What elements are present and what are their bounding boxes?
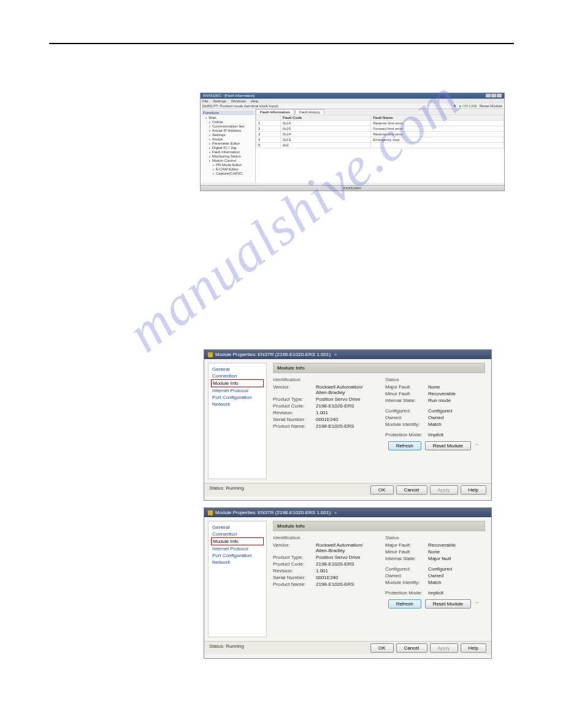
side-connection[interactable]: Connection [211,531,264,537]
window-title: KNX5100C - [Fault Information] [203,94,255,98]
close-icon[interactable]: × [334,352,337,357]
status-label: Status [385,535,485,540]
page-rule [49,43,514,44]
menu-help[interactable]: Help [251,99,258,103]
tree-item[interactable]: Digital IO / Jog [209,145,254,150]
close-icon[interactable]: × [334,510,337,515]
status-label: Status [385,377,485,382]
apply-button[interactable]: Apply [430,485,458,495]
tree-item[interactable]: Communication Set [209,124,254,128]
module-icon [208,510,213,515]
status-text: Status: Running [209,643,244,653]
identification-label: Identification [273,535,373,540]
status-text: Status: Running [209,485,244,495]
side-module-info[interactable]: Module Info [211,379,264,387]
module-icon [208,352,213,357]
function-tree[interactable]: Functions Start Online Communication Set… [201,109,256,183]
arrow-icon: ← [475,599,480,609]
side-network[interactable]: Network [211,401,264,408]
menu-file[interactable]: File [202,99,209,103]
dialog-titlebar: Module Properties: EN3TR (2198-E1020-ERS… [204,350,491,359]
tab-fault-history[interactable]: Fault History [295,109,324,115]
menu-settings[interactable]: Settings [213,99,226,103]
cancel-button[interactable]: Cancel [396,485,427,495]
window-controls[interactable] [485,94,502,98]
apply-button[interactable]: Apply [430,643,458,653]
dialog-main: Module Info Identification Vendor:Rockwe… [267,359,491,483]
table-row: 10x14Reverse limit error [256,121,504,126]
tree-item[interactable]: Monitoring Status [209,154,254,158]
tree-item[interactable]: Fault Information [209,150,254,154]
side-connection[interactable]: Connection [211,373,264,379]
col-code: Fault Code [281,115,371,121]
side-port-config[interactable]: Port Configuration [211,552,264,559]
fault-info-window: KNX5100C - [Fault Information] File Sett… [200,93,505,191]
online-indicator: ON LINE [459,104,477,108]
dialog-sidebar[interactable]: General Connection Module Info Internet … [208,521,267,637]
side-network[interactable]: Network [211,559,264,566]
table-row: 30x14Reverse limit error [256,132,504,137]
side-port-config[interactable]: Port Configuration [211,394,264,401]
reset-module-link[interactable]: Reset Module [480,104,502,108]
col-idx [256,115,281,121]
panel-header: Module Info [273,521,485,531]
col-name: Fault Name [371,115,504,121]
tree-motion[interactable]: Motion Control [209,158,254,162]
reset-module-button[interactable]: Reset Module [425,441,471,450]
fault-pane: Fault Information Fault History Fault Co… [256,109,504,183]
ok-button[interactable]: OK [370,485,394,495]
tree-item[interactable]: Actual IP Address [209,128,254,132]
tree-item[interactable]: Parameter Editor [209,141,254,145]
help-button[interactable]: Help [461,485,486,495]
window-titlebar: KNX5100C - [Fault Information] [201,93,504,99]
tree-item[interactable]: E-CAM Editor [213,167,254,171]
refresh-button[interactable]: Refresh [388,441,421,450]
tab-fault-info[interactable]: Fault Information [256,109,294,115]
dialog-title: Module Properties: EN3TR (2198-E1020-ERS… [215,510,331,515]
module-properties-dialog-2: Module Properties: EN3TR (2198-E1020-ERS… [204,507,492,659]
table-row: 20x15Forward limit error [256,126,504,132]
status-bar: KNX5100C [201,185,504,191]
side-module-info[interactable]: Module Info [211,537,264,545]
refresh-button[interactable]: Refresh [388,599,421,609]
menu-windows[interactable]: Windows [231,99,246,103]
side-general[interactable]: General [211,366,264,373]
side-internet-protocol[interactable]: Internet Protocol [211,387,264,394]
tree-item[interactable]: Online [209,119,254,124]
dialog-title: Module Properties: EN3TR (2198-E1020-ERS… [215,352,331,357]
table-row: 50x0 [256,143,504,148]
mode-dropdown[interactable]: [0x00] PT: Position mode (terminal block… [202,104,453,108]
reset-module-button[interactable]: Reset Module [425,599,471,609]
dialog-status-bar: Status: Running OK Cancel Apply Help [204,641,491,654]
tree-header: Functions [202,110,254,115]
arrow-icon: ← [475,441,480,450]
cancel-button[interactable]: Cancel [396,643,427,653]
side-general[interactable]: General [211,524,264,531]
toolbar: [0x00] PT: Position mode (terminal block… [201,104,504,109]
dialog-sidebar[interactable]: General Connection Module Info Internet … [208,363,267,479]
tree-item[interactable]: Capture(CAP)/C [213,171,254,175]
fault-table: Fault Code Fault Name 10x14Reverse limit… [256,115,504,148]
table-row: 40x13Emergency stop [256,137,504,143]
dialog-titlebar: Module Properties: EN3TR (2198-E1020-ERS… [204,508,491,517]
menu-bar[interactable]: File Settings Windows Help [201,99,504,104]
side-internet-protocol[interactable]: Internet Protocol [211,545,264,552]
help-button[interactable]: Help [461,643,486,653]
identification-label: Identification [273,377,373,382]
tree-item[interactable]: Scope [209,137,254,141]
ok-button[interactable]: OK [370,643,394,653]
tree-item[interactable]: PR Mode Editor [213,162,254,167]
tree-item[interactable]: Settings [209,132,254,137]
module-properties-dialog-1: Module Properties: EN3TR (2198-E1020-ERS… [204,349,492,501]
dialog-status-bar: Status: Running OK Cancel Apply Help [204,483,491,496]
dialog-main: Module Info Identification Vendor:Rockwe… [267,517,491,641]
panel-header: Module Info [273,363,485,373]
tree-start[interactable]: Start [205,115,254,119]
